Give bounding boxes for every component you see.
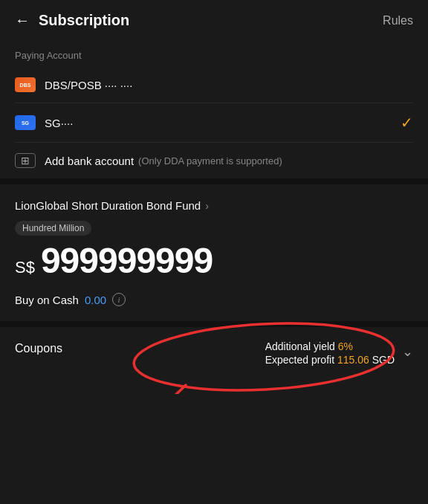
- section-divider-2: [0, 321, 428, 327]
- expected-profit-text: Expected profit 115.06 SGD: [265, 354, 395, 366]
- additional-yield-text: Additional yield 6%: [265, 340, 395, 352]
- add-bank-account-item[interactable]: ⊞ Add bank account (Only DDA payment is …: [0, 143, 428, 178]
- selected-checkmark: ✓: [401, 114, 413, 132]
- sg-account-item[interactable]: SG SG···· ✓: [0, 103, 428, 142]
- header: ← Subscription Rules: [0, 0, 428, 41]
- amount-display: S$ 999999999: [15, 240, 413, 281]
- profit-value: 115.06: [337, 354, 369, 366]
- dbs-bank-icon: DBS: [15, 77, 36, 92]
- dbs-account-item[interactable]: DBS DBS/POSB ···· ····: [0, 67, 428, 103]
- yield-percent: 6%: [338, 340, 353, 352]
- back-button[interactable]: ←: [15, 12, 30, 29]
- coupons-expand-icon[interactable]: ⌄: [402, 343, 413, 360]
- info-icon[interactable]: i: [112, 293, 126, 306]
- buy-on-cash-label: Buy on Cash: [15, 294, 79, 306]
- sg-bank-icon: SG: [15, 115, 36, 130]
- fund-section: LionGlobal Short Duration Bond Fund › Hu…: [0, 184, 428, 321]
- buy-on-cash-value: 0.00: [85, 294, 106, 306]
- add-bank-note: (Only DDA payment is supported): [138, 155, 282, 167]
- header-left: ← Subscription: [15, 12, 129, 29]
- coupons-wrapper: Coupons Additional yield 6% Expected pro…: [0, 327, 428, 379]
- coupons-section: Coupons Additional yield 6% Expected pro…: [0, 327, 428, 379]
- fund-chevron-icon: ›: [205, 200, 209, 212]
- fund-name: LionGlobal Short Duration Bond Fund: [15, 199, 201, 212]
- sg-account-name: SG····: [45, 117, 401, 129]
- currency-label: S$: [15, 258, 35, 277]
- dbs-account-name: DBS/POSB ···· ····: [45, 79, 413, 91]
- fund-name-row[interactable]: LionGlobal Short Duration Bond Fund ›: [15, 199, 413, 212]
- coupons-right: Additional yield 6% Expected profit 115.…: [265, 340, 413, 366]
- paying-account-label: Paying Account: [0, 41, 428, 67]
- amount-value: 999999999: [41, 240, 213, 281]
- coupons-label: Coupons: [15, 342, 62, 355]
- section-divider: [0, 178, 428, 184]
- amount-badge: Hundred Million: [15, 221, 91, 236]
- coupons-row: Coupons Additional yield 6% Expected pro…: [15, 340, 413, 366]
- page-title: Subscription: [39, 12, 129, 29]
- add-bank-icon: ⊞: [15, 153, 36, 168]
- buy-on-cash-row: Buy on Cash 0.00 i: [15, 293, 413, 306]
- rules-button[interactable]: Rules: [383, 14, 413, 28]
- add-bank-label: Add bank account: [45, 155, 134, 167]
- coupons-info: Additional yield 6% Expected profit 115.…: [265, 340, 395, 366]
